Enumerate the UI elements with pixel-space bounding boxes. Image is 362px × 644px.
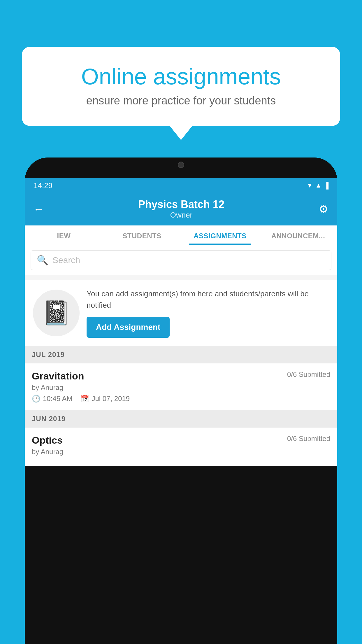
calendar-icon: 📅	[80, 395, 89, 403]
assignment-name-optics: Optics	[32, 435, 63, 446]
speech-bubble-subtitle: ensure more practice for your students	[42, 94, 320, 107]
assignment-date: 📅 Jul 07, 2019	[80, 395, 130, 403]
assignment-by-optics: by Anurag	[32, 448, 330, 456]
app-header: ← Physics Batch 12 Owner ⚙	[25, 193, 337, 225]
speech-bubble-container: Online assignments ensure more practice …	[22, 47, 340, 126]
section-header-jun2019: JUN 2019	[25, 410, 337, 428]
wifi-icon: ▼	[307, 182, 313, 189]
back-button[interactable]: ←	[34, 203, 44, 215]
assignment-icon-circle: 📓	[33, 290, 80, 336]
info-card-text: You can add assignment(s) from here and …	[87, 288, 329, 311]
assignment-name: Gravitation	[32, 370, 84, 382]
assignment-submitted-optics: 0/6 Submitted	[287, 435, 330, 443]
search-placeholder: Search	[52, 255, 80, 265]
assignment-meta: 🕐 10:45 AM 📅 Jul 07, 2019	[32, 395, 330, 403]
speech-bubble-title: Online assignments	[42, 64, 320, 89]
status-icons: ▼ ▲ ▐	[307, 182, 328, 189]
signal-icon: ▲	[315, 182, 322, 189]
battery-icon: ▐	[324, 182, 328, 189]
status-bar: 14:29 ▼ ▲ ▐	[25, 178, 337, 193]
phone-notch-area	[25, 158, 337, 178]
phone-screen: 🔍 Search 📓 You can add assignment(s) fro…	[25, 245, 337, 466]
phone-frame: 14:29 ▼ ▲ ▐ ← Physics Batch 12 Owner ⚙ I…	[25, 158, 337, 644]
header-title: Physics Batch 12	[138, 198, 224, 211]
assignment-submitted: 0/6 Submitted	[287, 370, 330, 379]
status-time: 14:29	[34, 181, 52, 190]
front-camera	[178, 162, 184, 168]
section-header-jul2019: JUL 2019	[25, 346, 337, 363]
tab-assignments[interactable]: ASSIGNMENTS	[181, 225, 259, 245]
assignment-row1: Gravitation 0/6 Submitted	[32, 370, 330, 382]
notebook-icon: 📓	[42, 299, 71, 327]
info-card-right: You can add assignment(s) from here and …	[87, 288, 329, 338]
tab-students[interactable]: STUDENTS	[103, 225, 181, 245]
assignment-item-gravitation[interactable]: Gravitation 0/6 Submitted by Anurag 🕐 10…	[25, 363, 337, 410]
phone-notch	[161, 158, 201, 172]
search-bar[interactable]: 🔍 Search	[31, 250, 331, 270]
assignment-by: by Anurag	[32, 384, 330, 392]
header-title-area: Physics Batch 12 Owner	[138, 198, 224, 220]
add-assignment-button[interactable]: Add Assignment	[87, 317, 170, 338]
search-icon: 🔍	[37, 255, 48, 266]
tab-announcements[interactable]: ANNOUNCEM...	[259, 225, 337, 245]
assignment-row1-optics: Optics 0/6 Submitted	[32, 435, 330, 446]
tab-iew[interactable]: IEW	[25, 225, 103, 245]
header-subtitle: Owner	[138, 211, 224, 220]
speech-bubble: Online assignments ensure more practice …	[22, 47, 340, 126]
assignment-item-optics[interactable]: Optics 0/6 Submitted by Anurag	[25, 428, 337, 466]
clock-icon: 🕐	[32, 395, 41, 403]
info-card: 📓 You can add assignment(s) from here an…	[25, 280, 337, 346]
gear-icon[interactable]: ⚙	[319, 203, 328, 216]
tab-bar: IEW STUDENTS ASSIGNMENTS ANNOUNCEM...	[25, 225, 337, 245]
search-bar-container: 🔍 Search	[25, 245, 337, 275]
assignment-time: 🕐 10:45 AM	[32, 395, 72, 403]
